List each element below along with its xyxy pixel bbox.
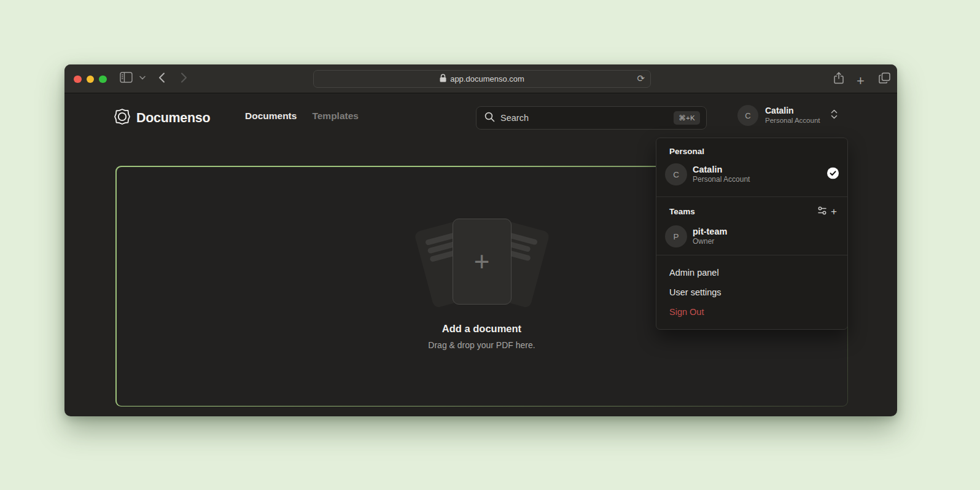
documenso-logo-icon (114, 108, 131, 128)
personal-avatar: C (665, 163, 687, 185)
team-avatar: P (665, 225, 687, 247)
account-type: Personal Account (765, 116, 820, 125)
selected-check-icon (827, 168, 839, 182)
team-name: pit-team (693, 226, 727, 237)
close-window-button[interactable] (74, 76, 82, 84)
menu-divider (656, 196, 847, 197)
chevron-left-icon (158, 72, 165, 83)
window-controls (74, 76, 107, 84)
share-button[interactable] (834, 72, 844, 84)
browser-titlebar: app.documenso.com ⟳ + (64, 64, 897, 93)
new-tab-button[interactable]: + (857, 73, 865, 89)
chevrons-up-down-icon (831, 109, 838, 122)
menu-actions: Admin panel User settings Sign Out (656, 259, 847, 327)
forward-button[interactable] (181, 72, 187, 83)
teams-section: Teams + P pit-team Owner (656, 201, 847, 251)
back-button[interactable] (158, 72, 165, 83)
personal-section: Personal C Catalin Personal Account (656, 138, 847, 193)
account-menu: Personal C Catalin Personal Account Team… (656, 138, 848, 330)
personal-subtitle: Personal Account (693, 175, 750, 185)
sliders-icon (817, 206, 827, 217)
menu-item-team-pit-team[interactable]: P pit-team Owner (656, 222, 847, 251)
teams-section-label: Teams (669, 207, 815, 216)
url-text: app.documenso.com (450, 74, 524, 84)
menu-divider (656, 255, 847, 255)
document-card-center: + (453, 219, 511, 305)
menu-item-user-settings[interactable]: User settings (656, 282, 847, 302)
plus-icon: + (831, 206, 837, 217)
menu-item-personal-account[interactable]: C Catalin Personal Account (656, 160, 847, 189)
personal-name: Catalin (693, 164, 750, 175)
main-nav: Documents Templates (245, 111, 359, 122)
document-stack-illustration: + (402, 219, 562, 307)
sidebar-menu-chevron[interactable] (139, 76, 146, 80)
nav-documents[interactable]: Documents (245, 111, 297, 122)
dropzone-title: Add a document (442, 323, 521, 335)
dropzone-subtitle: Drag & drop your PDF here. (428, 340, 535, 350)
brand-name: Documenso (136, 111, 210, 126)
create-team-button[interactable]: + (829, 204, 839, 219)
browser-window: app.documenso.com ⟳ + (64, 64, 897, 416)
lock-icon (440, 74, 446, 84)
manage-teams-button[interactable] (815, 204, 829, 219)
search-input[interactable] (500, 113, 668, 123)
plus-icon: + (857, 73, 865, 89)
search-shortcut-badge: ⌘+K (674, 111, 700, 125)
chevron-down-icon (139, 76, 146, 80)
refresh-icon[interactable]: ⟳ (637, 73, 645, 84)
plus-icon: + (474, 246, 490, 277)
account-name: Catalin (765, 106, 820, 116)
sidebar-toggle-button[interactable] (120, 72, 133, 83)
search-bar[interactable]: ⌘+K (476, 106, 707, 130)
menu-item-admin-panel[interactable]: Admin panel (656, 263, 847, 282)
address-bar[interactable]: app.documenso.com ⟳ (313, 70, 651, 88)
fullscreen-window-button[interactable] (99, 76, 107, 84)
team-role: Owner (693, 237, 727, 247)
chevron-right-icon (181, 72, 187, 83)
account-avatar: C (737, 105, 758, 126)
search-icon (484, 112, 495, 125)
brand[interactable]: Documenso (114, 108, 210, 128)
tab-overview-button[interactable] (879, 72, 890, 84)
account-menu-button[interactable]: C Catalin Personal Account (737, 105, 838, 126)
minimize-window-button[interactable] (87, 76, 95, 84)
sidebar-toggle-icon (120, 72, 133, 83)
personal-section-label: Personal (656, 147, 847, 160)
share-icon (834, 72, 844, 84)
menu-item-sign-out[interactable]: Sign Out (656, 302, 847, 322)
nav-templates[interactable]: Templates (312, 111, 359, 122)
tab-overview-icon (879, 72, 890, 84)
